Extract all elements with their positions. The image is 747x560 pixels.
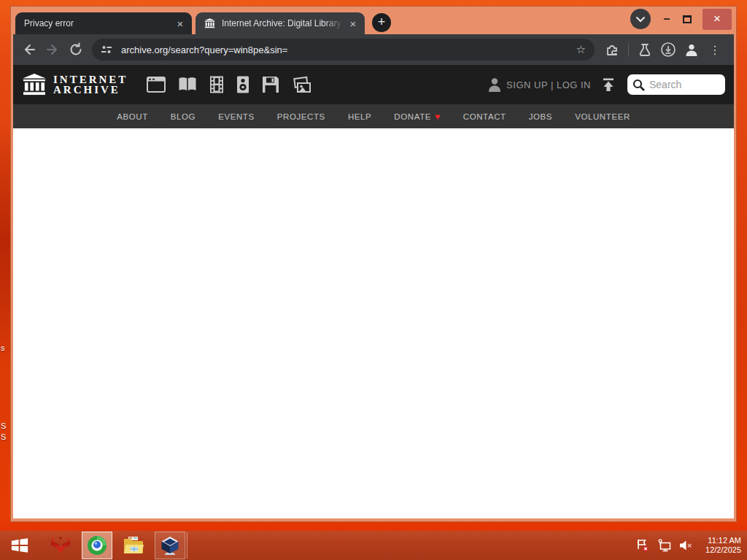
wordmark-line2: ARCHIVE [53,85,128,95]
internet-archive-favicon [204,18,216,29]
browser-menu-icon[interactable]: ⋮ [703,38,727,61]
labs-flask-icon[interactable] [633,38,657,61]
forward-button[interactable] [41,38,64,61]
nav-blog[interactable]: BLOG [171,112,196,121]
new-tab-button[interactable]: + [372,13,391,32]
back-button[interactable] [18,38,41,61]
taskbar-clock[interactable]: 11:12 AM 12/2/2025 [705,536,741,556]
volume-muted-icon[interactable] [679,539,693,552]
desktop-icon-label-fragment: s [1,343,5,352]
nav-volunteer[interactable]: VOLUNTEER [575,112,630,121]
bookmark-star-icon[interactable]: ☆ [576,43,586,56]
texts-icon[interactable] [178,77,197,93]
taskbar-separator [187,532,187,559]
search-icon [632,79,645,91]
chrome-taskbar-icon[interactable] [82,532,112,559]
extensions-icon[interactable] [600,38,624,61]
images-icon[interactable] [292,76,311,93]
close-window-button[interactable]: × [703,9,732,30]
web-page: INTERNET ARCHIVE [13,65,734,518]
tab-internet-archive[interactable]: Internet Archive: Digital Library × [196,12,365,34]
page-content-blank [13,128,734,518]
archive-nav: ABOUT BLOG EVENTS PROJECTS HELP DONATE ♥… [13,104,734,128]
archive-search-box[interactable] [627,74,725,95]
address-bar[interactable]: archive.org/search?query=win8pe&sin= ☆ [92,39,595,61]
archive-search-input[interactable] [649,79,716,90]
media-type-icons [147,76,311,93]
wordmark-line1: INTERNET [53,74,128,85]
downloads-icon[interactable] [657,38,680,61]
signup-login-link[interactable]: SIGN UP | LOG IN [506,79,591,90]
desktop-icon-label-fragment: S [1,421,6,430]
video-icon[interactable] [209,76,224,93]
heart-icon: ♥ [435,112,441,122]
network-status-icon[interactable] [657,539,671,552]
start-button[interactable] [4,532,35,559]
internet-archive-logo[interactable] [22,74,47,96]
desktop-icon-label-fragment: S [1,432,6,441]
nav-help[interactable]: HELP [348,112,371,121]
software-icon[interactable] [262,76,279,93]
archive-header-right: SIGN UP | LOG IN [488,74,725,95]
archive-header: INTERNET ARCHIVE [13,65,734,104]
tab-search-button[interactable] [630,9,651,29]
browser-window: Privacy error × Internet Archive: Digita… [10,6,737,522]
close-tab-icon[interactable]: × [174,18,186,29]
virtualbox-taskbar-icon[interactable] [155,532,185,559]
nav-projects[interactable]: PROJECTS [277,112,325,121]
url-text[interactable]: archive.org/search?query=win8pe&sin= [121,44,570,55]
nav-about[interactable]: ABOUT [117,112,148,121]
web-icon[interactable] [147,77,166,93]
site-settings-icon[interactable] [101,44,112,55]
nav-events[interactable]: EVENTS [218,112,255,121]
nav-donate-label: DONATE [394,112,431,121]
tab-title: Privacy error [24,18,170,28]
profile-avatar-icon[interactable] [680,38,703,61]
action-center-flag-icon[interactable] [636,539,649,552]
tab-privacy-error[interactable]: Privacy error × [15,12,192,34]
browser-titlebar: Privacy error × Internet Archive: Digita… [13,7,734,34]
system-tray: 11:12 AM 12/2/2025 [636,536,747,556]
file-explorer-taskbar-icon[interactable] [118,532,149,559]
nav-donate[interactable]: DONATE ♥ [394,112,440,122]
tab-title: Internet Archive: Digital Library [222,18,343,28]
window-controls: – × [630,7,732,31]
browser-toolbar: archive.org/search?query=win8pe&sin= ☆ ⋮ [13,34,734,65]
archive-wordmark[interactable]: INTERNET ARCHIVE [53,74,128,95]
audio-icon[interactable] [236,76,249,93]
reload-button[interactable] [64,38,88,61]
windows-taskbar: 11:12 AM 12/2/2025 [0,531,747,560]
nav-jobs[interactable]: JOBS [529,112,552,121]
red-app-taskbar-icon[interactable] [45,532,76,559]
upload-icon[interactable] [601,77,616,92]
nav-contact[interactable]: CONTACT [463,112,506,121]
minimize-button[interactable]: – [660,12,673,26]
maximize-button[interactable] [683,15,692,23]
close-tab-icon[interactable]: × [347,18,359,29]
clock-time: 11:12 AM [705,536,741,546]
toolbar-divider [628,43,629,56]
person-icon [488,77,501,92]
clock-date: 12/2/2025 [705,545,741,556]
